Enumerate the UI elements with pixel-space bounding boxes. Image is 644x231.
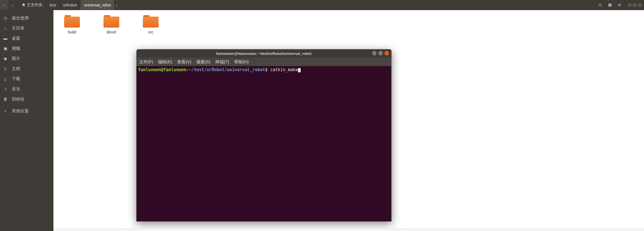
breadcrumb-test[interactable]: test (46, 0, 60, 10)
sidebar-item-videos[interactable]: ▣视频 (0, 43, 53, 53)
folder-src[interactable]: src (139, 15, 162, 34)
doc-icon: ▯ (3, 66, 8, 71)
plus-icon: + (3, 109, 8, 113)
video-icon: ▣ (3, 46, 8, 51)
folder-label: src (148, 30, 154, 34)
breadcrumb-label: 主文件夹 (27, 3, 42, 8)
terminal-titlebar[interactable]: fanlunwen@fanlunwen: ~/test/urRobot/univ… (136, 49, 391, 58)
terminal-menu-view[interactable]: 查看(V) (177, 59, 191, 65)
terminal-menu-terminal[interactable]: 终端(T) (215, 59, 229, 65)
menu-button[interactable] (615, 0, 624, 10)
home-icon (22, 3, 26, 8)
breadcrumb-home[interactable]: 主文件夹 (18, 0, 46, 10)
prompt-dollar: $ (265, 67, 270, 72)
sidebar-item-music[interactable]: ♫音乐 (0, 84, 53, 94)
sidebar-item-other-locations[interactable]: +其他位置 (0, 106, 53, 116)
terminal-maximize-button[interactable] (378, 51, 383, 55)
sidebar-item-downloads[interactable]: ⭳下载 (0, 74, 53, 84)
folder-icon (64, 15, 80, 28)
window-controls (628, 3, 642, 7)
folder-devel[interactable]: devel (100, 15, 123, 34)
search-button[interactable] (596, 0, 605, 10)
terminal-menu-search[interactable]: 搜索(S) (196, 59, 210, 65)
sidebar: ◷最近使用 ⌂主目录 ▬桌面 ▣视频 ◉图片 ▯文档 ⭳下载 ♫音乐 🗑回收站 … (0, 10, 53, 231)
prompt-path: ~/test/urRobot/universal_robot (189, 67, 265, 72)
sidebar-item-pictures[interactable]: ◉图片 (0, 53, 53, 64)
sidebar-item-label: 主目录 (12, 26, 24, 31)
terminal-command: catkin_make (270, 67, 298, 72)
sidebar-item-label: 下载 (12, 76, 20, 82)
terminal-menubar: 文件(F) 编辑(E) 查看(V) 搜索(S) 终端(T) 帮助(H) (136, 58, 391, 66)
toolbar-right (596, 0, 644, 10)
toolbar-divider (17, 2, 18, 8)
folder-icon (103, 15, 119, 28)
folder-grid: build devel src (61, 15, 637, 34)
folder-build[interactable]: build (61, 15, 83, 34)
camera-icon: ◉ (3, 56, 8, 61)
file-manager-toolbar: ‹ › 主文件夹 test urRobot universal_robot ▸ (0, 0, 644, 10)
terminal-window[interactable]: fanlunwen@fanlunwen: ~/test/urRobot/univ… (136, 49, 392, 221)
folder-icon (143, 15, 159, 28)
hamburger-icon (618, 3, 622, 7)
sidebar-item-label: 最近使用 (12, 15, 29, 21)
folder-label: devel (107, 30, 116, 34)
download-icon: ⭳ (3, 77, 8, 81)
sidebar-item-label: 视频 (12, 46, 20, 51)
music-icon: ♫ (3, 87, 8, 91)
bottom-strip (53, 228, 644, 231)
terminal-body[interactable]: fanlunwen@fanlunwen:~/test/urRobot/unive… (136, 66, 391, 74)
home-icon: ⌂ (3, 26, 8, 30)
window-minimize-button[interactable] (628, 3, 632, 7)
sidebar-item-label: 其他位置 (12, 108, 29, 114)
search-icon (598, 3, 602, 7)
prompt-user: fanlunwen@fanlunwen (138, 67, 186, 72)
grid-icon (608, 3, 612, 7)
sidebar-item-label: 回收站 (12, 97, 24, 102)
breadcrumb: 主文件夹 test urRobot universal_robot ▸ (18, 0, 118, 10)
sidebar-item-trash[interactable]: 🗑回收站 (0, 94, 53, 104)
folder-icon: ▬ (3, 36, 8, 41)
terminal-title-text: fanlunwen@fanlunwen: ~/test/urRobot/univ… (216, 51, 312, 56)
prompt-colon: : (186, 67, 189, 72)
sidebar-item-documents[interactable]: ▯文档 (0, 64, 53, 74)
nav-forward-button[interactable]: › (8, 0, 17, 10)
folder-label: build (68, 30, 76, 34)
view-toggle-button[interactable] (606, 0, 614, 10)
terminal-cursor (298, 68, 301, 72)
clock-icon: ◷ (3, 16, 8, 20)
sidebar-item-recent[interactable]: ◷最近使用 (0, 13, 53, 23)
sidebar-item-home[interactable]: ⌂主目录 (0, 23, 53, 33)
nav-back-button[interactable]: ‹ (0, 0, 8, 10)
terminal-menu-edit[interactable]: 编辑(E) (158, 59, 172, 65)
breadcrumb-overflow-icon[interactable]: ▸ (116, 4, 118, 7)
terminal-close-button[interactable] (384, 51, 389, 55)
breadcrumb-urrobot[interactable]: urRobot (60, 0, 81, 10)
sidebar-item-label: 图片 (12, 56, 20, 61)
terminal-window-controls (372, 51, 389, 55)
sidebar-item-label: 文档 (12, 66, 20, 71)
sidebar-item-desktop[interactable]: ▬桌面 (0, 33, 53, 43)
terminal-menu-help[interactable]: 帮助(H) (234, 59, 249, 65)
window-close-button[interactable] (638, 3, 642, 7)
trash-icon: 🗑 (3, 97, 8, 101)
window-maximize-button[interactable] (633, 3, 637, 7)
sidebar-item-label: 音乐 (12, 86, 20, 92)
sidebar-item-label: 桌面 (12, 36, 20, 41)
breadcrumb-universal-robot[interactable]: universal_robot (80, 0, 114, 10)
terminal-menu-file[interactable]: 文件(F) (139, 59, 153, 65)
terminal-minimize-button[interactable] (372, 51, 377, 55)
